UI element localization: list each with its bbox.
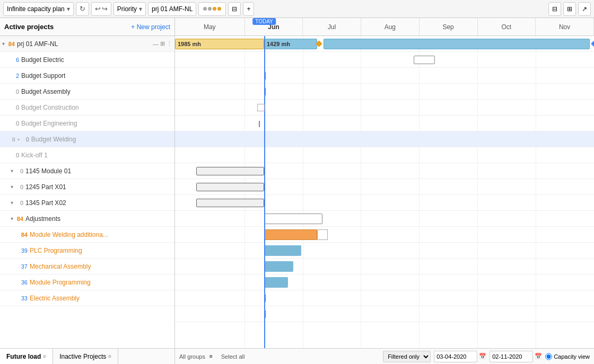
- table-view-btn[interactable]: ⊞: [563, 2, 576, 16]
- table-row[interactable]: 0 Budget Engineering: [0, 116, 174, 131]
- collapse-icon[interactable]: ▾: [2, 41, 5, 47]
- row-label: Budget Engineering: [21, 120, 172, 127]
- row-num: 84: [19, 232, 28, 238]
- gantt-row: [175, 68, 594, 84]
- add-button[interactable]: +: [243, 2, 254, 16]
- row-num: 37: [19, 263, 28, 270]
- gantt-row: [175, 211, 594, 227]
- table-row[interactable]: 39 PLC Programming: [0, 243, 174, 259]
- date-to-input[interactable]: [490, 351, 533, 362]
- row-label: Budget Construction: [21, 104, 172, 111]
- table-row[interactable]: ▾ 84 prj 01 AMF-NL — ⊞ ⋮: [0, 36, 174, 52]
- bar-content: [196, 199, 264, 207]
- table-row[interactable]: ▾ 0 1245 Part X01: [0, 179, 174, 195]
- bar-blue-mech[interactable]: [264, 261, 293, 272]
- bar-yellow[interactable]: 1985 mh: [175, 39, 264, 49]
- bar-outline-dark[interactable]: [196, 183, 264, 191]
- table-row[interactable]: ▾ 84 Adjustments: [0, 211, 174, 227]
- month-sep: Sep: [420, 18, 478, 36]
- table-row[interactable]: 0 Budget Assembly: [0, 84, 174, 100]
- table-row[interactable]: ▾ 0 1345 Part X02: [0, 195, 174, 211]
- undo-redo-buttons[interactable]: ↩ ↪: [91, 2, 111, 16]
- gantt-row: [175, 306, 594, 322]
- table-row[interactable]: 0 Kick-off 1: [0, 147, 174, 163]
- bar-outline-dark[interactable]: [196, 167, 264, 175]
- bar-blue[interactable]: 1429 mh: [264, 39, 317, 49]
- row-label: Budget Electric: [21, 56, 172, 64]
- dot-1: [203, 7, 207, 11]
- date-from-field: 📅: [434, 351, 486, 362]
- date-from-input[interactable]: [434, 351, 477, 362]
- capacity-view-radio[interactable]: [545, 351, 552, 362]
- row-label: Electric Assembly: [30, 295, 172, 302]
- gantt-row: [175, 274, 594, 290]
- row-label: Budget Assembly: [21, 88, 172, 95]
- bar-outline2[interactable]: [264, 229, 325, 240]
- month-headers: May Jun Jul Aug Sep Oct Nov: [175, 18, 594, 36]
- row-label: 1345 Part X02: [25, 199, 172, 207]
- table-row[interactable]: 33 Electric Assembly: [0, 290, 174, 306]
- export-btn[interactable]: ↗: [578, 2, 591, 16]
- filter-icon-btn[interactable]: ⊟: [548, 2, 561, 16]
- plan-selector[interactable]: Infinite capacity plan ▾: [3, 2, 74, 16]
- minus-icon[interactable]: —: [153, 41, 159, 47]
- row-num: 2: [11, 73, 19, 79]
- table-icon: ⊞: [567, 5, 572, 13]
- table-row[interactable]: ▾ 0 1145 Module 01: [0, 163, 174, 179]
- month-aug: Aug: [361, 18, 420, 36]
- undo-icon: ↩: [95, 5, 101, 13]
- bar-blue-plc[interactable]: [264, 245, 301, 256]
- tab-future-load[interactable]: Future load ≡: [0, 349, 53, 364]
- table-row[interactable]: 37 Mechanical Assembly: [0, 259, 174, 274]
- gantt-row: [175, 116, 594, 131]
- select-all-label: Select all: [221, 353, 245, 360]
- bar-small[interactable]: [414, 56, 435, 64]
- table-row[interactable]: 0 Budget Construction: [0, 100, 174, 116]
- project-label: prj 01 AMF-NL: [152, 5, 193, 13]
- bar-content: [414, 56, 435, 64]
- bar-content: [196, 183, 264, 191]
- collapse-icon[interactable]: ▾: [11, 216, 13, 221]
- collapse-icon[interactable]: ▾: [11, 200, 13, 206]
- row-num: 0: [11, 88, 19, 95]
- row-label: Adjustments: [25, 215, 172, 223]
- filter-button[interactable]: ⊟: [228, 2, 241, 16]
- row-num: 84: [6, 41, 15, 47]
- row-num: 36: [19, 279, 28, 286]
- bar-box: [257, 104, 265, 111]
- tab-inactive-projects[interactable]: Inactive Projects ≡: [53, 349, 118, 364]
- project-selector[interactable]: prj 01 AMF-NL: [148, 2, 196, 16]
- gantt-row: [175, 163, 594, 179]
- grid-icon[interactable]: ⊞: [160, 40, 165, 47]
- calendar2-icon: 📅: [535, 353, 542, 360]
- row-num: 0: [11, 152, 19, 158]
- row-label: PLC Programming: [30, 247, 172, 254]
- row-label: prj 01 AMF-NL: [17, 40, 151, 48]
- collapse-icon[interactable]: ▾: [11, 168, 13, 174]
- bar-outline-dark[interactable]: [196, 199, 264, 207]
- table-row[interactable]: 36 Module Programming: [0, 274, 174, 290]
- bar-thin: [264, 72, 266, 79]
- today-label: TODAY: [252, 18, 276, 25]
- filter-select[interactable]: Filtered only: [383, 351, 431, 362]
- dot-4: [217, 7, 221, 11]
- gantt-row: [175, 84, 594, 100]
- bar-blue-prog[interactable]: [264, 277, 288, 288]
- gantt-row: [175, 52, 594, 68]
- toolbar-right: ⊟ ⊞ ↗: [548, 2, 591, 16]
- status-dots[interactable]: [198, 2, 226, 16]
- more-icon[interactable]: ⋮: [167, 40, 172, 47]
- table-row[interactable]: ⏸ • 0 Budget Welding: [0, 131, 174, 147]
- table-row[interactable]: 6 Budget Electric: [0, 52, 174, 68]
- table-row[interactable]: 2 Budget Support: [0, 68, 174, 84]
- bottom-bar: All groups ≡ Select all Filtered only 📅 …: [175, 348, 594, 364]
- gantt-header: TODAY May Jun Jul Aug Sep Oct Nov: [175, 18, 594, 36]
- month-oct: Oct: [478, 18, 536, 36]
- bar-outline[interactable]: [264, 214, 322, 224]
- priority-selector[interactable]: Priority ▾: [113, 2, 146, 16]
- new-project-button[interactable]: + New project: [131, 23, 170, 31]
- collapse-icon[interactable]: ▾: [11, 184, 13, 190]
- refresh-button[interactable]: ↻: [76, 2, 89, 16]
- bar-wide-blue[interactable]: [324, 39, 590, 49]
- table-row[interactable]: 84 Module Welding additiona...: [0, 227, 174, 243]
